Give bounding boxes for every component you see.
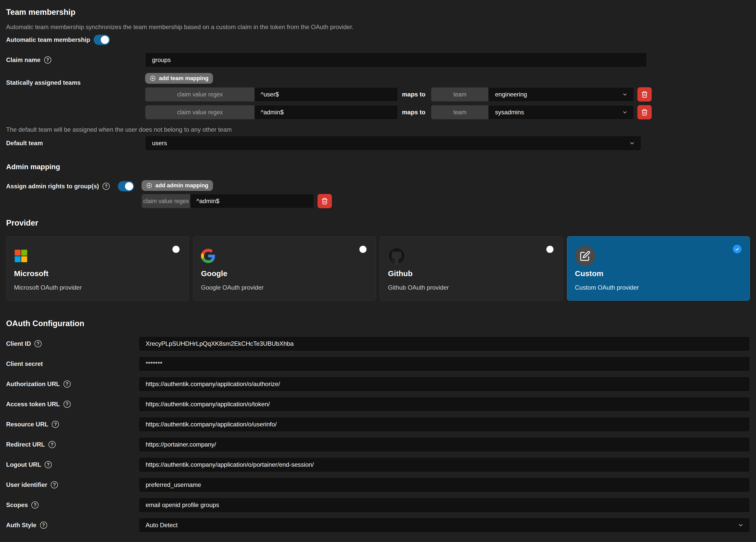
provider-card-name: Google <box>201 269 368 278</box>
admin-mapping-title: Admin mapping <box>6 163 750 171</box>
scopes-input[interactable] <box>139 498 750 512</box>
claim-value-regex-input[interactable] <box>255 105 398 119</box>
team-select[interactable]: engineering <box>488 87 634 101</box>
team-label: team <box>431 105 488 119</box>
google-logo <box>201 249 215 263</box>
assign-admin-rights-toggle[interactable] <box>118 181 134 191</box>
provider-card-name: Microsoft <box>14 269 181 278</box>
logout-url-input[interactable] <box>139 457 750 472</box>
delete-team-mapping-button[interactable] <box>637 105 652 119</box>
trash-icon <box>641 91 648 98</box>
default-team-label: Default team <box>6 139 43 147</box>
edit-pencil-icon <box>580 250 590 261</box>
provider-card-description: Google OAuth provider <box>201 284 368 291</box>
provider-card-custom[interactable]: Custom Custom OAuth provider <box>567 236 750 301</box>
provider-card-google[interactable]: Google Google OAuth provider <box>193 236 376 301</box>
chevron-down-icon <box>622 91 628 97</box>
team-label: team <box>431 87 488 101</box>
oauth-settings-page: Team membership Automatic team membershi… <box>0 0 756 542</box>
provider-card-name: Github <box>388 269 555 278</box>
resource-url-input[interactable] <box>139 417 750 432</box>
radio-unselected-icon[interactable] <box>359 246 367 253</box>
team-select[interactable]: sysadmins <box>488 105 634 119</box>
assign-admin-rights-label: Assign admin rights to group(s) <box>6 183 99 190</box>
question-circle-icon[interactable] <box>64 381 71 388</box>
delete-team-mapping-button[interactable] <box>637 87 652 101</box>
add-admin-mapping-label: add admin mapping <box>155 182 208 189</box>
oauth-configuration-title: OAuth Configuration <box>6 319 750 328</box>
provider-card-github[interactable]: Github Github OAuth provider <box>380 236 563 301</box>
add-admin-mapping-button[interactable]: add admin mapping <box>142 180 213 191</box>
user-identifier-label: User identifier <box>6 481 47 488</box>
provider-card-description: Microsoft OAuth provider <box>14 284 181 291</box>
redirect-url-label: Redirect URL <box>6 441 45 448</box>
auth-style-value: Auto Detect <box>146 522 178 529</box>
team-mapping-row: claim value regex maps to team sysadmins <box>145 105 652 119</box>
question-circle-icon[interactable] <box>40 522 47 529</box>
authorization-url-label: Authorization URL <box>6 381 60 388</box>
claim-value-regex-input[interactable] <box>255 87 398 101</box>
provider-card-description: Custom OAuth provider <box>575 284 742 291</box>
provider-card-microsoft[interactable]: Microsoft Microsoft OAuth provider <box>6 236 189 301</box>
claim-value-regex-label: claim value regex <box>142 194 190 208</box>
provider-card-description: Github OAuth provider <box>388 284 555 291</box>
team-select-value: sysadmins <box>495 109 524 116</box>
client-secret-input[interactable] <box>139 357 750 371</box>
toggle-knob <box>125 182 133 190</box>
trash-icon <box>321 197 328 205</box>
team-membership-description: Automatic team membership synchronizes t… <box>6 23 750 31</box>
chevron-down-icon <box>629 140 635 146</box>
claim-value-regex-input[interactable] <box>190 194 314 208</box>
question-circle-icon[interactable] <box>31 501 39 509</box>
claim-value-regex-label: claim value regex <box>145 87 255 101</box>
plus-circle-icon <box>146 182 152 188</box>
question-circle-icon[interactable] <box>103 183 110 190</box>
team-select-value: engineering <box>495 91 527 98</box>
checkmark-icon <box>735 246 740 251</box>
question-circle-icon[interactable] <box>48 441 56 448</box>
logout-url-label: Logout URL <box>6 461 41 468</box>
github-logo <box>389 248 405 264</box>
statically-assigned-teams-label: Statically assigned teams <box>6 79 81 86</box>
authorization-url-input[interactable] <box>139 377 750 392</box>
scopes-label: Scopes <box>6 501 28 509</box>
provider-cards: Microsoft Microsoft OAuth provider Googl… <box>6 236 750 301</box>
maps-to-label: maps to <box>402 109 425 116</box>
selected-check-icon[interactable] <box>733 245 741 253</box>
admin-mapping-row: claim value regex <box>142 194 332 208</box>
claim-name-input[interactable] <box>145 53 647 67</box>
default-team-note: The default team will be assigned when t… <box>6 126 750 133</box>
client-id-label: Client ID <box>6 340 31 347</box>
add-team-mapping-label: add team mapping <box>159 75 208 82</box>
trash-icon <box>641 109 648 116</box>
chevron-down-icon <box>622 109 628 115</box>
question-circle-icon[interactable] <box>64 401 71 408</box>
radio-unselected-icon[interactable] <box>546 246 553 253</box>
question-circle-icon[interactable] <box>34 340 42 347</box>
auth-style-label: Auth Style <box>6 522 36 529</box>
redirect-url-input[interactable] <box>139 437 750 452</box>
auth-style-select[interactable]: Auto Detect <box>139 518 750 533</box>
question-circle-icon[interactable] <box>51 481 58 488</box>
default-team-select[interactable]: users <box>145 136 641 150</box>
provider-card-name: Custom <box>575 269 742 278</box>
maps-to-label: maps to <box>402 91 425 98</box>
auto-team-membership-toggle[interactable] <box>94 35 110 45</box>
claim-value-regex-label: claim value regex <box>145 105 255 119</box>
access-token-url-input[interactable] <box>139 397 750 412</box>
question-circle-icon[interactable] <box>52 421 59 428</box>
resource-url-label: Resource URL <box>6 421 48 428</box>
team-mapping-row: claim value regex maps to team engineeri… <box>145 87 652 101</box>
question-circle-icon[interactable] <box>44 56 51 64</box>
delete-admin-mapping-button[interactable] <box>318 194 332 208</box>
toggle-knob <box>101 36 109 44</box>
user-identifier-input[interactable] <box>139 477 750 492</box>
client-id-input[interactable] <box>139 336 750 351</box>
plus-circle-icon <box>150 75 156 81</box>
access-token-url-label: Access token URL <box>6 401 60 408</box>
provider-title: Provider <box>6 218 750 227</box>
question-circle-icon[interactable] <box>45 461 52 468</box>
radio-unselected-icon[interactable] <box>172 246 180 253</box>
team-membership-title: Team membership <box>6 8 750 17</box>
add-team-mapping-button[interactable]: add team mapping <box>145 73 213 84</box>
